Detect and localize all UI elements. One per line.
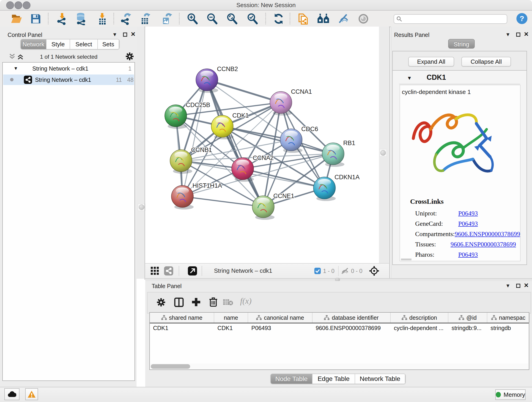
expand-all-icon[interactable] xyxy=(17,53,24,61)
node-CCNB2[interactable]: CCNB2 xyxy=(196,65,238,93)
network-row-selected[interactable]: String Network – cdk1 11 48 xyxy=(3,75,134,85)
collapse-all-button[interactable]: Collapse All xyxy=(462,57,511,66)
clear-table-icon[interactable] xyxy=(223,299,233,307)
expand-all-button[interactable]: Expand All xyxy=(408,57,454,66)
delete-column-icon[interactable] xyxy=(209,297,218,308)
node-CCNB1[interactable]: CCNB1 xyxy=(170,147,212,174)
import-table-icon[interactable] xyxy=(96,12,109,25)
node-HIST1H1A[interactable]: HIST1H1A xyxy=(171,182,222,210)
search-input[interactable] xyxy=(402,16,502,22)
export-table-icon[interactable] xyxy=(139,12,152,25)
hide-panel-icon[interactable] xyxy=(337,12,350,25)
zoom-selected-icon[interactable] xyxy=(246,12,259,25)
warning-button[interactable] xyxy=(25,388,38,400)
column-header-shared-name[interactable]: shared name xyxy=(150,313,214,323)
collapse-all-icon[interactable] xyxy=(9,53,16,61)
memory-button[interactable]: Memory xyxy=(495,389,526,400)
right-divider-handle[interactable] xyxy=(380,149,387,157)
home-icon[interactable] xyxy=(317,12,330,25)
edge-HIST1H1A-CCNE1[interactable] xyxy=(182,196,263,207)
clone-network-icon[interactable] xyxy=(297,12,310,25)
float-panel-icon[interactable] xyxy=(516,32,520,37)
grid-view-icon[interactable] xyxy=(151,267,159,276)
edge-CCNA2-CDKN1A[interactable] xyxy=(243,169,324,188)
crosshair-icon[interactable] xyxy=(369,266,380,277)
add-column-icon[interactable] xyxy=(191,297,201,308)
crosslink-value-link[interactable]: P06493 xyxy=(458,210,478,217)
network-view-icon[interactable] xyxy=(164,266,173,276)
detach-view-icon[interactable] xyxy=(188,266,197,276)
network-canvas[interactable]: CCNB2CCNA1CDC25BCDK1CDC6RB1CCNB1CCNA2CDK… xyxy=(145,27,379,263)
export-network-icon[interactable] xyxy=(120,12,133,25)
crosslink-value-link[interactable]: 9606.ENSP00000378699 xyxy=(455,230,520,238)
column-header-database-identifier[interactable]: database identifier xyxy=(312,313,391,323)
column-header-namespac[interactable]: namespac xyxy=(487,313,530,323)
table-hscrollbar[interactable] xyxy=(150,364,528,370)
export-image-icon[interactable] xyxy=(160,12,173,25)
tab-string[interactable]: String xyxy=(448,39,475,49)
table-row[interactable]: CDK1CDK1P064939606.ENSP00000378699cyclin… xyxy=(150,323,529,332)
scrollbar-thumb[interactable] xyxy=(151,364,190,369)
node-CDKN1A[interactable]: CDKN1A xyxy=(313,174,360,201)
zoom-out-icon[interactable] xyxy=(206,12,219,25)
float-panel-icon[interactable] xyxy=(516,284,520,288)
selected-checkbox-icon[interactable] xyxy=(314,268,321,275)
column-header--id[interactable]: @id xyxy=(448,313,487,323)
node-CCNE1[interactable]: CCNE1 xyxy=(252,192,294,220)
node-CCNA2[interactable]: CCNA2 xyxy=(232,154,274,182)
gear-icon[interactable] xyxy=(126,52,134,61)
node-CDK1[interactable]: CDK1 xyxy=(211,112,249,139)
table-gear-icon[interactable] xyxy=(157,298,165,307)
node-RB1[interactable]: RB1 xyxy=(322,140,355,167)
column-header-canonical-name[interactable]: canonical name xyxy=(248,313,312,323)
hidden-eye-icon[interactable] xyxy=(341,267,349,275)
tab-style[interactable]: Style xyxy=(46,39,70,49)
cloud-button[interactable] xyxy=(4,388,19,400)
tab-network-table[interactable]: Network Table xyxy=(355,374,405,384)
close-panel-icon[interactable]: ✕ xyxy=(131,31,136,38)
refresh-icon[interactable] xyxy=(272,12,285,25)
close-panel-icon[interactable]: ✕ xyxy=(524,31,529,38)
column-label: namespac xyxy=(499,314,525,321)
tab-edge-table[interactable]: Edge Table xyxy=(312,374,355,384)
table-tabs: Node TableEdge TableNetwork Table xyxy=(270,374,406,384)
column-header-name[interactable]: name xyxy=(214,313,248,323)
tree-expander-icon[interactable]: ▼ xyxy=(13,66,18,71)
tab-sets[interactable]: Sets xyxy=(98,39,119,49)
crosslink-value-link[interactable]: P06493 xyxy=(458,220,478,227)
left-divider-handle[interactable] xyxy=(138,204,145,211)
crosslink-row: Uniprot:P06493 xyxy=(415,208,516,218)
left-divider[interactable] xyxy=(137,27,144,279)
float-panel-icon[interactable] xyxy=(123,32,127,37)
close-panel-icon[interactable]: ✕ xyxy=(524,282,529,289)
tab-node-table[interactable]: Node Table xyxy=(271,374,312,384)
crosslink-value-link[interactable]: P06493 xyxy=(458,251,478,258)
edge-CCNB2-CCNA1[interactable] xyxy=(207,80,281,102)
crosslink-value-link[interactable]: 9606.ENSP00000378699 xyxy=(451,241,516,248)
save-session-icon[interactable] xyxy=(29,12,42,25)
zoom-in-icon[interactable] xyxy=(186,12,199,25)
tab-select[interactable]: Select xyxy=(70,39,98,49)
column-header-description[interactable]: description xyxy=(391,313,448,323)
toolbar-separator xyxy=(114,13,114,24)
birdseye-icon[interactable] xyxy=(357,12,370,25)
tab-network[interactable]: Network xyxy=(21,39,46,49)
zoom-fit-icon[interactable] xyxy=(226,12,239,25)
control-panel-title: Control Panel xyxy=(7,32,42,38)
search-field[interactable] xyxy=(394,14,507,24)
chevron-down-icon[interactable]: ▼ xyxy=(505,283,510,288)
divider-line xyxy=(389,27,390,280)
columns-icon[interactable] xyxy=(174,298,184,308)
import-network-icon[interactable] xyxy=(56,12,69,25)
table-cell: stringdb:9... xyxy=(448,323,487,332)
help-icon[interactable]: ? xyxy=(516,13,528,26)
network-collection-row[interactable]: ▼ String Network – cdk1 1 xyxy=(3,64,134,74)
function-builder-icon[interactable]: f(x) xyxy=(240,296,252,306)
chevron-down-icon[interactable]: ▼ xyxy=(505,32,510,37)
entry-expander-icon[interactable]: ▼ xyxy=(407,75,412,81)
search-icon xyxy=(396,16,402,22)
import-database-icon[interactable] xyxy=(75,12,88,25)
open-session-icon[interactable] xyxy=(10,12,23,25)
mini-scrollbar[interactable] xyxy=(401,259,412,260)
chevron-down-icon[interactable]: ▼ xyxy=(112,32,117,37)
